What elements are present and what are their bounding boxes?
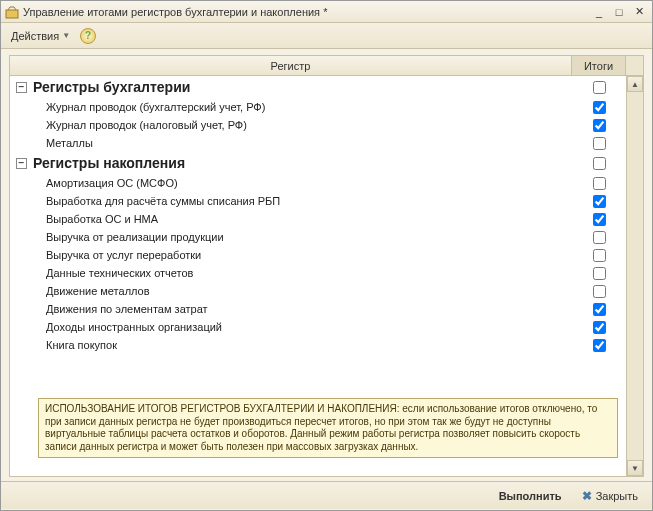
table-row[interactable]: Выручка от услуг переработки	[10, 246, 626, 264]
checkbox-cell	[572, 285, 626, 298]
totals-checkbox[interactable]	[593, 321, 606, 334]
grid-body: −Регистры бухгалтерииЖурнал проводок (бу…	[10, 76, 643, 476]
column-header-totals[interactable]: Итоги	[572, 56, 626, 75]
group-row[interactable]: −Регистры накопления	[10, 152, 626, 174]
register-label: Книга покупок	[46, 339, 572, 351]
minimize-button[interactable]: _	[590, 4, 608, 20]
svg-rect-0	[6, 10, 18, 18]
totals-checkbox[interactable]	[593, 303, 606, 316]
group-checkbox-cell	[572, 81, 626, 94]
totals-checkbox[interactable]	[593, 213, 606, 226]
group-checkbox-cell	[572, 157, 626, 170]
vertical-scrollbar[interactable]: ▲ ▼	[626, 76, 643, 476]
window-title: Управление итогами регистров бухгалтерии…	[23, 6, 588, 18]
register-label: Выработка ОС и НМА	[46, 213, 572, 225]
table-row[interactable]: Металлы	[10, 134, 626, 152]
checkbox-cell	[572, 303, 626, 316]
table-row[interactable]	[10, 372, 626, 390]
execute-button[interactable]: Выполнить	[495, 488, 566, 504]
register-label: Данные технических отчетов	[46, 267, 572, 279]
register-label: Движение металлов	[46, 285, 572, 297]
totals-checkbox[interactable]	[593, 285, 606, 298]
close-window-button[interactable]: ✕	[630, 4, 648, 20]
totals-checkbox[interactable]	[593, 339, 606, 352]
totals-checkbox[interactable]	[593, 267, 606, 280]
register-label: Движения по элементам затрат	[46, 303, 572, 315]
totals-checkbox[interactable]	[593, 119, 606, 132]
scrollbar-header-gap	[626, 56, 643, 75]
checkbox-cell	[572, 321, 626, 334]
group-title: Регистры бухгалтерии	[33, 79, 572, 95]
content-area: Регистр Итоги −Регистры бухгалтерииЖурна…	[1, 49, 652, 481]
grid: Регистр Итоги −Регистры бухгалтерииЖурна…	[9, 55, 644, 477]
table-row[interactable]: Движения по элементам затрат	[10, 300, 626, 318]
table-row[interactable]: Доходы иностранных организаций	[10, 318, 626, 336]
table-row[interactable]: Книга покупок	[10, 336, 626, 354]
table-row[interactable]: Выручка от реализации продукции	[10, 228, 626, 246]
totals-checkbox[interactable]	[593, 195, 606, 208]
grid-header: Регистр Итоги	[10, 56, 643, 76]
checkbox-cell	[572, 249, 626, 262]
scroll-up-button[interactable]: ▲	[627, 76, 643, 92]
checkbox-cell	[572, 137, 626, 150]
checkbox-cell	[572, 213, 626, 226]
checkbox-cell	[572, 101, 626, 114]
table-row[interactable]: Журнал проводок (налоговый учет, РФ)	[10, 116, 626, 134]
checkbox-cell	[572, 177, 626, 190]
checkbox-cell	[572, 119, 626, 132]
table-row[interactable]: Данные технических отчетов	[10, 264, 626, 282]
totals-checkbox[interactable]	[593, 137, 606, 150]
titlebar: Управление итогами регистров бухгалтерии…	[1, 1, 652, 23]
close-button[interactable]: ✖ Закрыть	[578, 487, 642, 505]
actions-menu-button[interactable]: Действия ▼	[7, 28, 74, 44]
table-row[interactable]	[10, 354, 626, 372]
group-totals-checkbox[interactable]	[593, 157, 606, 170]
register-label: Доходы иностранных организаций	[46, 321, 572, 333]
close-icon: ✖	[582, 489, 592, 503]
chevron-down-icon: ▼	[62, 31, 70, 40]
app-icon	[5, 5, 19, 19]
totals-checkbox[interactable]	[593, 249, 606, 262]
table-row[interactable]: Выработка ОС и НМА	[10, 210, 626, 228]
totals-checkbox[interactable]	[593, 101, 606, 114]
register-label: Выработка для расчёта суммы списания РБП	[46, 195, 572, 207]
table-row[interactable]: Выработка для расчёта суммы списания РБП	[10, 192, 626, 210]
checkbox-cell	[572, 267, 626, 280]
register-label: Выручка от реализации продукции	[46, 231, 572, 243]
register-label: Выручка от услуг переработки	[46, 249, 572, 261]
totals-checkbox[interactable]	[593, 177, 606, 190]
totals-checkbox[interactable]	[593, 231, 606, 244]
maximize-button[interactable]: □	[610, 4, 628, 20]
checkbox-cell	[572, 231, 626, 244]
actions-label: Действия	[11, 30, 59, 42]
group-row[interactable]: −Регистры бухгалтерии	[10, 76, 626, 98]
register-label: Амортизация ОС (МСФО)	[46, 177, 572, 189]
help-button[interactable]: ?	[80, 28, 96, 44]
register-label: Журнал проводок (бухгалтерский учет, РФ)	[46, 101, 572, 113]
scroll-down-button[interactable]: ▼	[627, 460, 643, 476]
collapse-icon[interactable]: −	[16, 158, 27, 169]
checkbox-cell	[572, 339, 626, 352]
group-title: Регистры накопления	[33, 155, 572, 171]
footer: Выполнить ✖ Закрыть	[1, 481, 652, 509]
group-totals-checkbox[interactable]	[593, 81, 606, 94]
register-label: Журнал проводок (налоговый учет, РФ)	[46, 119, 572, 131]
checkbox-cell	[572, 195, 626, 208]
info-tooltip: ИСПОЛЬЗОВАНИЕ ИТОГОВ РЕГИСТРОВ БУХГАЛТЕР…	[38, 398, 618, 458]
table-row[interactable]: Амортизация ОС (МСФО)	[10, 174, 626, 192]
collapse-icon[interactable]: −	[16, 82, 27, 93]
close-label: Закрыть	[596, 490, 638, 502]
table-row[interactable]: Журнал проводок (бухгалтерский учет, РФ)	[10, 98, 626, 116]
execute-label: Выполнить	[499, 490, 562, 502]
column-header-register[interactable]: Регистр	[10, 56, 572, 75]
register-label: Металлы	[46, 137, 572, 149]
toolbar: Действия ▼ ?	[1, 23, 652, 49]
table-row[interactable]: Движение металлов	[10, 282, 626, 300]
